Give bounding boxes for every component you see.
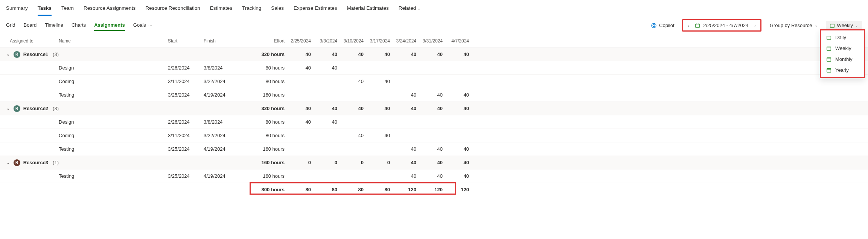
top-tab-sales[interactable]: Sales bbox=[271, 3, 284, 16]
resource-count: (3) bbox=[53, 106, 59, 111]
top-tab-tasks[interactable]: Tasks bbox=[38, 3, 52, 16]
svg-rect-4 bbox=[827, 47, 831, 50]
finish-cell: 4/19/2024 bbox=[204, 146, 239, 152]
avatar: R bbox=[14, 105, 20, 112]
value-cell: 40 bbox=[390, 106, 416, 111]
value-cell: 0 bbox=[364, 160, 390, 165]
more-menu-button[interactable]: ··· bbox=[146, 23, 155, 28]
sub-tab-board[interactable]: Board bbox=[24, 20, 37, 31]
top-tab-related[interactable]: Related⌄ bbox=[399, 3, 421, 16]
value-cell: 40 bbox=[416, 173, 443, 179]
top-tab-team[interactable]: Team bbox=[61, 3, 74, 16]
expand-toggle[interactable]: ⌄ bbox=[6, 52, 11, 57]
date-range-control: ‹ 2/25/2024 - 4/7/2024 › bbox=[682, 19, 761, 32]
calendar-icon bbox=[826, 68, 831, 73]
value-total: 80 bbox=[337, 187, 364, 192]
date-range-prev-button[interactable]: ‹ bbox=[685, 22, 692, 29]
effort-cell: 160 hours bbox=[239, 146, 285, 152]
group-by-button[interactable]: Group by Resource ⌄ bbox=[766, 21, 821, 30]
task-row[interactable]: Testing3/25/20244/19/2024160 hours404040 bbox=[0, 88, 868, 101]
svg-point-0 bbox=[652, 23, 656, 28]
value-cell: 40 bbox=[285, 51, 311, 57]
col-header-date[interactable]: 3/24/2024 bbox=[390, 38, 416, 44]
date-range-picker-button[interactable]: 2/25/2024 - 4/7/2024 bbox=[692, 21, 751, 30]
period-option-label: Daily bbox=[835, 35, 846, 40]
calendar-range-icon bbox=[695, 23, 700, 28]
period-option-daily[interactable]: Daily bbox=[821, 32, 864, 43]
resource-group-row[interactable]: ⌄RResource1(3)320 hours40404040404040 bbox=[0, 47, 868, 61]
value-cell: 40 bbox=[390, 146, 416, 152]
task-row[interactable]: Testing3/25/20244/19/2024160 hours404040 bbox=[0, 169, 868, 183]
period-option-monthly[interactable]: Monthly bbox=[821, 54, 864, 65]
value-cell: 0 bbox=[311, 160, 337, 165]
effort-cell: 160 hours bbox=[239, 160, 285, 165]
value-cell: 40 bbox=[364, 79, 390, 84]
task-row[interactable]: Design2/26/20243/8/202480 hours4040 bbox=[0, 61, 868, 74]
col-header-date[interactable]: 4/7/2024 bbox=[443, 38, 469, 44]
value-cell: 40 bbox=[337, 133, 364, 138]
value-cell: 40 bbox=[364, 51, 390, 57]
value-total: 80 bbox=[311, 187, 337, 192]
sub-tab-timeline[interactable]: Timeline bbox=[45, 20, 63, 31]
top-tab-material-estimates[interactable]: Material Estimates bbox=[347, 3, 389, 16]
top-tab-resource-reconciliation[interactable]: Resource Reconciliation bbox=[145, 3, 200, 16]
col-header-date[interactable]: 3/10/2024 bbox=[337, 38, 364, 44]
top-tab-resource-assignments[interactable]: Resource Assignments bbox=[84, 3, 136, 16]
top-tab-summary[interactable]: Summary bbox=[6, 3, 28, 16]
top-tab-tracking[interactable]: Tracking bbox=[242, 3, 261, 16]
group-by-label: Group by Resource bbox=[770, 23, 812, 28]
effort-cell: 320 hours bbox=[239, 106, 285, 111]
col-header-date[interactable]: 3/3/2024 bbox=[311, 38, 337, 44]
period-option-weekly[interactable]: Weekly bbox=[821, 43, 864, 54]
task-row[interactable]: Testing3/25/20244/19/2024160 hours404040 bbox=[0, 142, 868, 156]
period-button[interactable]: Weekly ⌄ bbox=[826, 21, 862, 30]
effort-total: 800 hours bbox=[239, 187, 285, 192]
col-header-assigned-to[interactable]: Assigned to bbox=[6, 38, 59, 44]
value-cell: 40 bbox=[416, 106, 443, 111]
finish-cell: 3/8/2024 bbox=[204, 65, 239, 71]
col-header-date[interactable]: 3/17/2024 bbox=[364, 38, 390, 44]
value-cell: 40 bbox=[364, 106, 390, 111]
date-range-next-button[interactable]: › bbox=[751, 22, 759, 29]
resource-group-row[interactable]: ⌄RResource2(3)320 hours40404040404040 bbox=[0, 101, 868, 115]
value-cell: 40 bbox=[416, 92, 443, 98]
sub-tab-goals[interactable]: Goals bbox=[133, 20, 146, 31]
calendar-icon bbox=[830, 23, 835, 28]
value-cell: 40 bbox=[285, 119, 311, 125]
top-tab-estimates[interactable]: Estimates bbox=[210, 3, 232, 16]
expand-toggle[interactable]: ⌄ bbox=[6, 106, 11, 111]
date-range-text: 2/25/2024 - 4/7/2024 bbox=[703, 23, 748, 28]
resource-name: Resource2 bbox=[23, 106, 48, 111]
col-header-start[interactable]: Start bbox=[168, 38, 204, 44]
svg-rect-2 bbox=[830, 24, 834, 27]
value-cell: 40 bbox=[311, 65, 337, 71]
task-name: Testing bbox=[59, 173, 168, 179]
svg-rect-3 bbox=[827, 36, 831, 39]
chevron-down-icon: ⌄ bbox=[417, 6, 420, 11]
task-name: Coding bbox=[59, 133, 168, 138]
effort-cell: 80 hours bbox=[239, 133, 285, 138]
resource-group-row[interactable]: ⌄RResource3(1)160 hours0000404040 bbox=[0, 156, 868, 169]
col-header-date[interactable]: 2/25/2024 bbox=[285, 38, 311, 44]
col-header-finish[interactable]: Finish bbox=[204, 38, 239, 44]
finish-cell: 3/8/2024 bbox=[204, 119, 239, 125]
period-option-yearly[interactable]: Yearly bbox=[821, 65, 864, 76]
sub-tab-grid[interactable]: Grid bbox=[6, 20, 15, 31]
top-tab-expense-estimates[interactable]: Expense Estimates bbox=[294, 3, 337, 16]
sub-tab-charts[interactable]: Charts bbox=[72, 20, 86, 31]
expand-toggle[interactable]: ⌄ bbox=[6, 160, 11, 165]
col-header-name[interactable]: Name bbox=[59, 38, 168, 44]
task-row[interactable]: Coding3/11/20243/22/202480 hours4040 bbox=[0, 74, 868, 88]
task-row[interactable]: Design2/26/20243/8/202480 hours4040 bbox=[0, 115, 868, 129]
sub-tab-assignments[interactable]: Assignments bbox=[94, 20, 125, 31]
copilot-button[interactable]: Copilot bbox=[648, 21, 677, 30]
calendar-icon bbox=[826, 35, 831, 40]
task-row[interactable]: Coding3/11/20243/22/202480 hours4040 bbox=[0, 129, 868, 142]
col-header-date[interactable]: 3/31/2024 bbox=[416, 38, 443, 44]
task-name: Design bbox=[59, 65, 168, 71]
assignments-grid: Assigned to Name Start Finish Effort 2/2… bbox=[0, 35, 868, 196]
totals-row: 800 hours80808080120120120 bbox=[0, 183, 868, 196]
effort-cell: 160 hours bbox=[239, 173, 285, 179]
finish-cell: 4/19/2024 bbox=[204, 173, 239, 179]
col-header-effort[interactable]: Effort bbox=[239, 38, 285, 44]
